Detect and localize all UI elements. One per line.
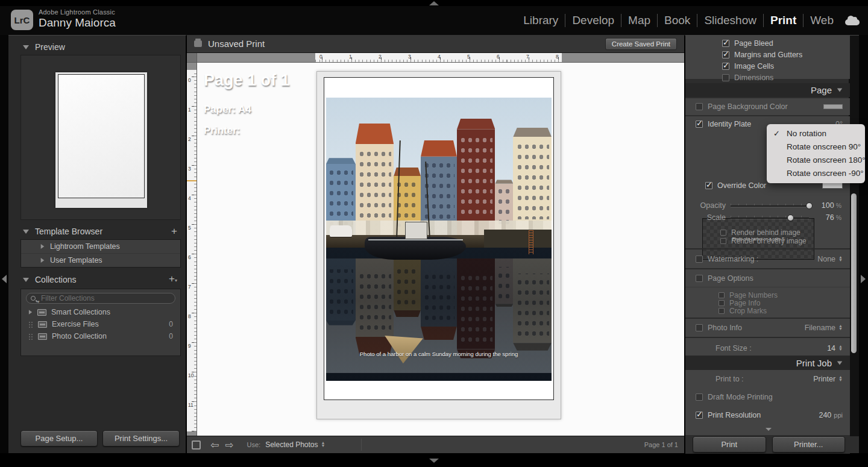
render-every-checkbox[interactable] — [720, 238, 726, 244]
scale-slider[interactable] — [731, 215, 809, 221]
ruler-tick-label: 10 — [188, 372, 193, 378]
menu-rotate-180[interactable]: Rotate onscreen 180° — [767, 154, 865, 167]
page-numbers-row[interactable]: Page Numbers — [719, 291, 778, 299]
collection-label: Exercise Files — [52, 320, 99, 328]
module-print[interactable]: Print — [763, 14, 803, 27]
guide-page-bleed[interactable]: Page Bleed — [685, 37, 850, 49]
opacity-slider[interactable] — [731, 203, 809, 208]
left-panel-collapse-strip[interactable] — [0, 35, 8, 453]
photo-info-checkbox[interactable] — [696, 324, 703, 331]
page-background-color-checkbox[interactable] — [696, 103, 703, 110]
template-browser-header[interactable]: Template Browser + — [8, 224, 186, 239]
next-page-icon[interactable]: ⇨ — [225, 440, 233, 450]
template-browser-title: Template Browser — [35, 227, 102, 236]
ruler-tick-label: 3 — [188, 166, 191, 172]
photo-reflected-sail — [385, 336, 423, 363]
print-title: Unsaved Print — [208, 39, 265, 49]
page-info-row[interactable]: Page Info — [719, 299, 760, 307]
photo-info-dropdown[interactable]: Filename — [805, 324, 843, 332]
template-browser-list: Lightroom Templates User Templates — [20, 239, 181, 268]
right-panel-scrollbar[interactable] — [849, 36, 859, 436]
add-template-icon[interactable]: + — [171, 227, 177, 236]
top-panel-collapse-strip[interactable] — [0, 0, 868, 6]
template-group-lightroom[interactable]: Lightroom Templates — [21, 240, 180, 253]
print-resolution-checkbox[interactable] — [696, 412, 703, 419]
dimensions-checkbox[interactable] — [722, 74, 729, 81]
watermarking-dropdown[interactable]: None — [817, 255, 843, 263]
render-every-row[interactable]: Render on every image — [720, 237, 807, 245]
draft-mode-checkbox[interactable] — [696, 393, 703, 401]
collections-header[interactable]: Collections +▾ — [8, 272, 186, 287]
scale-slider-thumb[interactable] — [787, 215, 794, 221]
page-bleed-checkbox[interactable] — [722, 40, 729, 47]
page-options-checkbox[interactable] — [696, 275, 703, 282]
override-color-swatch[interactable] — [822, 183, 843, 189]
guide-image-cells[interactable]: Image Cells — [685, 60, 850, 72]
use-selected-photos-dropdown[interactable]: Selected Photos — [265, 440, 325, 449]
page-section-header[interactable]: Page — [685, 83, 850, 97]
use-label: Use: — [247, 441, 261, 448]
preview-sheet — [55, 72, 147, 208]
ruler-tick-label: 4 — [438, 54, 441, 60]
filter-collections-input[interactable] — [41, 294, 162, 302]
create-saved-print-button[interactable]: Create Saved Print — [605, 38, 677, 50]
cloud-sync-icon[interactable] — [845, 19, 860, 25]
show-toolbar-icon[interactable] — [192, 440, 201, 450]
filmstrip-collapse-strip[interactable] — [0, 453, 868, 467]
page-setup-button[interactable]: Page Setup... — [20, 430, 98, 447]
harbor-photo[interactable]: Photo of a harbor on a calm Sunday morni… — [326, 98, 552, 381]
print-button[interactable]: Print — [693, 436, 766, 453]
module-slideshow[interactable]: Slideshow — [697, 14, 763, 27]
menu-rotate-neg-90[interactable]: Rotate onscreen -90° — [767, 167, 865, 180]
guide-label: Image Cells — [734, 62, 774, 71]
preview-page — [58, 74, 145, 198]
ruler-tick-label: 5 — [188, 225, 191, 231]
module-develop[interactable]: Develop — [565, 14, 621, 27]
opacity-slider-thumb[interactable] — [806, 202, 813, 209]
menu-no-rotation[interactable]: No rotation — [767, 127, 865, 140]
guide-dimensions[interactable]: Dimensions — [685, 72, 850, 83]
font-size-stepper[interactable]: 14 — [827, 344, 843, 353]
disclosure-triangle-icon — [837, 89, 843, 92]
identity-plate-checkbox[interactable] — [696, 121, 703, 128]
page-info-checkbox[interactable] — [719, 300, 725, 306]
crop-marks-row[interactable]: Crop Marks — [719, 307, 767, 315]
preview-section-header[interactable]: Preview — [8, 39, 186, 55]
guide-margins-gutters[interactable]: Margins and Gutters — [685, 49, 850, 60]
module-library[interactable]: Library — [517, 14, 565, 27]
image-cells-checkbox[interactable] — [722, 63, 729, 70]
right-panel-collapse-strip[interactable] — [859, 35, 868, 453]
collections-filter[interactable]: ▾ — [26, 293, 175, 304]
ruler-tick-label: 11 — [188, 402, 193, 408]
render-behind-row[interactable]: Render behind image — [720, 228, 800, 237]
collection-smart[interactable]: Smart Collections — [21, 306, 180, 318]
identity-plate-header: Adobe Lightroom Classic Danny Maiorca — [39, 8, 116, 30]
page-numbers-checkbox[interactable] — [719, 292, 725, 298]
scale-label: Scale — [685, 213, 726, 222]
page-background-color-swatch[interactable] — [823, 104, 843, 109]
scrollbar-thumb[interactable] — [851, 193, 857, 353]
paper-sheet: Photo of a harbor on a calm Sunday morni… — [316, 71, 561, 419]
render-behind-checkbox[interactable] — [720, 230, 726, 236]
print-settings-button[interactable]: Print Settings... — [102, 430, 180, 447]
printer-button[interactable]: Printer... — [772, 436, 846, 453]
watermarking-checkbox[interactable] — [696, 255, 703, 263]
print-job-section-header[interactable]: Print Job — [685, 356, 850, 370]
module-map[interactable]: Map — [621, 14, 657, 27]
print-to-dropdown[interactable]: Printer — [813, 375, 843, 383]
print-resolution-row: Print Resolution 240 ppi — [685, 406, 850, 425]
photo-car — [330, 225, 352, 237]
menu-rotate-90[interactable]: Rotate onscreen 90° — [767, 140, 865, 154]
previous-page-icon[interactable]: ⇦ — [210, 440, 219, 450]
overlay-paper: Paper: A4 — [204, 104, 290, 116]
collection-photo-collection[interactable]: Photo Collection 0 — [21, 330, 180, 342]
collection-exercise-files[interactable]: Exercise Files 0 — [21, 318, 180, 330]
crop-marks-checkbox[interactable] — [719, 308, 725, 314]
override-color-checkbox[interactable] — [705, 182, 712, 189]
module-web[interactable]: Web — [803, 14, 840, 27]
template-group-user[interactable]: User Templates — [21, 253, 180, 266]
margins-gutters-checkbox[interactable] — [722, 51, 729, 58]
ruler-cursor-marker — [187, 180, 197, 181]
module-book[interactable]: Book — [657, 14, 697, 27]
add-collection-icon[interactable]: +▾ — [169, 275, 177, 285]
